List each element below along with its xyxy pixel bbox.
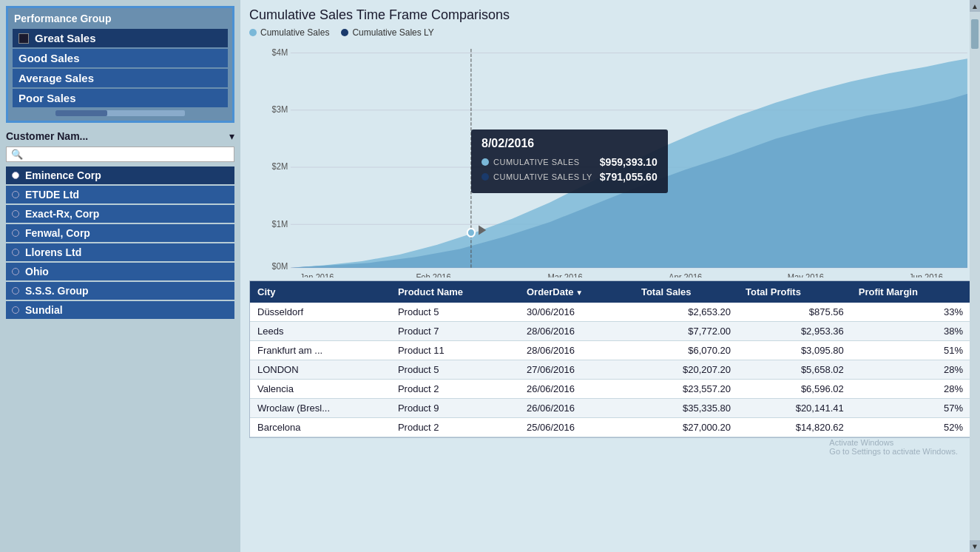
customer-radio-fenwal bbox=[12, 229, 19, 237]
customer-item-ohio[interactable]: Ohio bbox=[6, 263, 234, 280]
svg-text:Feb 2016: Feb 2016 bbox=[416, 272, 450, 277]
performance-group-list: Great Sales Good Sales Average Sales Poo… bbox=[13, 29, 228, 107]
customer-item-llorens[interactable]: Llorens Ltd bbox=[6, 243, 234, 261]
chart-svg: $4M $3M $2M $1M $0M Jan 2016 Feb 2016 bbox=[249, 41, 971, 277]
legend-label-cumulative-sales: Cumulative Sales bbox=[260, 27, 329, 38]
svg-text:Jun 2016: Jun 2016 bbox=[909, 272, 943, 277]
search-icon: 🔍 bbox=[11, 149, 23, 160]
scroll-thumb[interactable] bbox=[971, 19, 979, 49]
table-body: DüsseldorfProduct 530/06/2016$2,653.20$8… bbox=[250, 303, 970, 437]
col-orderdate[interactable]: OrderDate bbox=[519, 281, 634, 303]
chart-title: Cumulative Sales Time Frame Comparisons bbox=[249, 7, 971, 23]
customer-label-exactrx: Exact-Rx, Corp bbox=[25, 208, 99, 220]
svg-text:$3M: $3M bbox=[272, 104, 288, 115]
customer-label-sss: S.S.S. Group bbox=[25, 285, 89, 297]
scroll-arrow-up[interactable]: ▲ bbox=[970, 0, 980, 12]
legend-dot-light bbox=[249, 29, 257, 36]
table-row: Frankfurt am ...Product 1128/06/2016$6,0… bbox=[250, 341, 970, 360]
table-row: DüsseldorfProduct 530/06/2016$2,653.20$8… bbox=[250, 303, 970, 322]
perf-label-average-sales: Average Sales bbox=[18, 72, 94, 84]
col-total-profits[interactable]: Total Profits bbox=[738, 281, 851, 303]
customer-filter-dropdown-icon[interactable]: ▾ bbox=[229, 130, 234, 142]
customer-filter-title: Customer Nam... bbox=[6, 130, 229, 142]
svg-marker-11 bbox=[291, 58, 967, 267]
perf-item-poor-sales[interactable]: Poor Sales bbox=[13, 89, 228, 107]
svg-text:$4M: $4M bbox=[272, 47, 288, 57]
perf-scrollbar-area bbox=[13, 110, 228, 116]
customer-item-sundial[interactable]: Sundial bbox=[6, 301, 234, 319]
svg-text:Mar 2016: Mar 2016 bbox=[547, 272, 582, 277]
col-profit-margin[interactable]: Profit Margin bbox=[851, 281, 970, 303]
table-header-row: City Product Name OrderDate Total Sales … bbox=[250, 281, 970, 303]
legend-label-cumulative-sales-ly: Cumulative Sales LY bbox=[352, 27, 434, 38]
customer-label-sundial: Sundial bbox=[25, 304, 63, 316]
customer-label-llorens: Llorens Ltd bbox=[25, 246, 81, 258]
perf-label-great-sales: Great Sales bbox=[35, 32, 96, 44]
customer-radio-ohio bbox=[12, 268, 19, 275]
perf-item-good-sales[interactable]: Good Sales bbox=[13, 49, 228, 67]
customer-search-input[interactable] bbox=[26, 149, 229, 160]
svg-text:Jan 2016: Jan 2016 bbox=[300, 272, 334, 277]
perf-item-average-sales[interactable]: Average Sales bbox=[13, 69, 228, 87]
customer-list: Eminence Corp ETUDE Ltd Exact-Rx, Corp F… bbox=[6, 166, 234, 319]
col-city[interactable]: City bbox=[250, 281, 391, 303]
svg-text:$0M: $0M bbox=[272, 261, 288, 272]
legend-dot-dark bbox=[341, 29, 348, 36]
customer-radio-eminence bbox=[12, 172, 19, 179]
watermark: Activate WindowsGo to Settings to activa… bbox=[829, 438, 958, 456]
table-row: Wroclaw (Bresl...Product 926/06/2016$35,… bbox=[250, 399, 970, 418]
svg-point-13 bbox=[467, 229, 475, 237]
customer-radio-sss bbox=[12, 287, 19, 294]
performance-group-box: Performance Group Great Sales Good Sales… bbox=[6, 6, 234, 123]
customer-label-ohio: Ohio bbox=[25, 266, 49, 277]
customer-radio-llorens bbox=[12, 249, 19, 256]
perf-scrollbar[interactable] bbox=[55, 110, 185, 116]
customer-item-sss[interactable]: S.S.S. Group bbox=[6, 282, 234, 300]
legend-item-cumulative-sales-ly: Cumulative Sales LY bbox=[341, 27, 434, 38]
perf-scrollbar-thumb bbox=[55, 110, 107, 116]
svg-text:May 2016: May 2016 bbox=[788, 272, 824, 277]
customer-label-fenwal: Fenwal, Corp bbox=[25, 227, 90, 239]
customer-item-etude[interactable]: ETUDE Ltd bbox=[6, 186, 234, 203]
data-table: City Product Name OrderDate Total Sales … bbox=[250, 281, 970, 437]
perf-label-good-sales: Good Sales bbox=[18, 52, 80, 64]
customer-radio-sundial bbox=[12, 306, 19, 314]
customer-search-box[interactable]: 🔍 bbox=[6, 147, 234, 162]
perf-label-poor-sales: Poor Sales bbox=[18, 92, 76, 104]
left-panel: Performance Group Great Sales Good Sales… bbox=[0, 0, 240, 552]
perf-item-great-sales[interactable]: Great Sales bbox=[13, 29, 228, 47]
legend-item-cumulative-sales: Cumulative Sales bbox=[249, 27, 329, 38]
right-panel: Cumulative Sales Time Frame Comparisons … bbox=[240, 0, 980, 552]
table-row: BarcelonaProduct 225/06/2016$27,000.20$1… bbox=[250, 418, 970, 437]
performance-group-title: Performance Group bbox=[13, 13, 228, 24]
table-row: LONDONProduct 527/06/2016$20,207.20$5,65… bbox=[250, 360, 970, 380]
right-scrollbar[interactable]: ▲ ▼ bbox=[970, 0, 980, 552]
svg-text:$1M: $1M bbox=[272, 218, 288, 229]
customer-radio-exactrx bbox=[12, 210, 19, 218]
customer-item-eminence[interactable]: Eminence Corp bbox=[6, 166, 234, 184]
data-table-wrapper: City Product Name OrderDate Total Sales … bbox=[249, 280, 971, 438]
customer-radio-etude bbox=[12, 191, 19, 198]
customer-item-exactrx[interactable]: Exact-Rx, Corp bbox=[6, 205, 234, 223]
col-product-name[interactable]: Product Name bbox=[391, 281, 519, 303]
customer-filter-header: Customer Nam... ▾ bbox=[6, 130, 234, 142]
perf-checkbox-great-sales bbox=[18, 33, 29, 44]
customer-item-fenwal[interactable]: Fenwal, Corp bbox=[6, 224, 234, 242]
svg-text:Apr 2016: Apr 2016 bbox=[669, 272, 702, 277]
customer-label-eminence: Eminence Corp bbox=[25, 169, 101, 181]
col-total-sales[interactable]: Total Sales bbox=[634, 281, 738, 303]
svg-text:$2M: $2M bbox=[272, 161, 288, 172]
chart-legend: Cumulative Sales Cumulative Sales LY bbox=[249, 27, 971, 38]
scroll-arrow-down[interactable]: ▼ bbox=[970, 540, 980, 552]
table-row: LeedsProduct 728/06/2016$7,772.00$2,953.… bbox=[250, 322, 970, 341]
scroll-track[interactable] bbox=[970, 12, 980, 540]
customer-filter: Customer Nam... ▾ 🔍 Eminence Corp ETUDE … bbox=[6, 130, 234, 319]
chart-area[interactable]: $4M $3M $2M $1M $0M Jan 2016 Feb 2016 bbox=[249, 41, 971, 277]
customer-label-etude: ETUDE Ltd bbox=[25, 189, 79, 201]
table-row: ValenciaProduct 226/06/2016$23,557.20$6,… bbox=[250, 380, 970, 399]
